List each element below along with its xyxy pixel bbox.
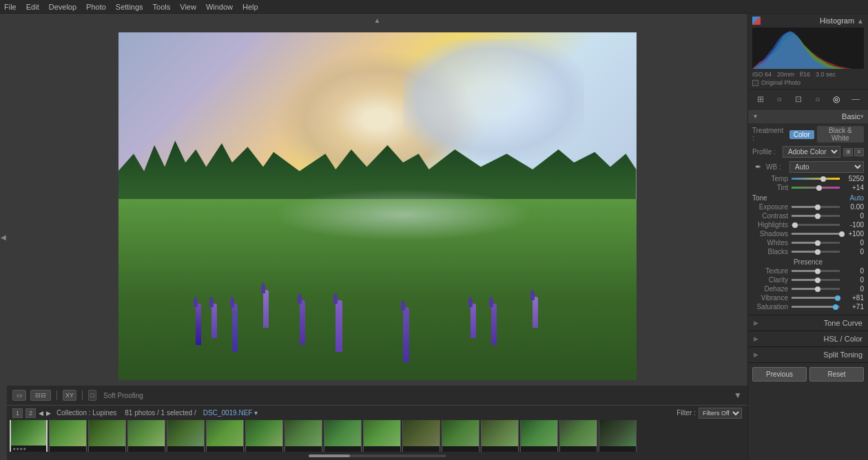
right-panel: Histogram ▲ ISO 64 20mm f/16 3.0 sec [747, 14, 868, 460]
meta-focal: 20mm [777, 71, 794, 78]
bottom-expand-btn[interactable]: ▼ [734, 390, 742, 400]
contrast-thumb[interactable] [815, 213, 820, 219]
tint-slider[interactable] [792, 187, 840, 189]
hsl-color-section[interactable]: ▶ HSL / Color [748, 331, 868, 347]
color-btn[interactable]: Color [789, 130, 814, 139]
saturation-slider[interactable] [792, 306, 840, 308]
blacks-slider[interactable] [792, 251, 840, 253]
film-thumb-13[interactable] [520, 420, 558, 452]
split-toning-section[interactable]: ▶ Split Toning [748, 347, 868, 363]
grid-tool-icon[interactable]: ⊞ [753, 93, 768, 105]
shadows-label: Shadows [752, 230, 788, 238]
exposure-slider[interactable] [792, 206, 840, 208]
film-thumb-9[interactable] [363, 420, 401, 452]
clarity-slider[interactable] [792, 279, 840, 281]
crop-tool-icon[interactable]: ○ [772, 93, 787, 105]
blacks-thumb[interactable] [815, 249, 820, 255]
lupine-2 [211, 304, 217, 338]
dehaze-slider-row: Dehaze 0 [752, 285, 864, 293]
reset-btn[interactable]: Reset [809, 367, 864, 381]
nav-next-btn[interactable]: ▶ [46, 410, 51, 417]
image-area [7, 26, 747, 386]
menu-window[interactable]: Window [206, 3, 233, 11]
dehaze-thumb[interactable] [815, 286, 820, 292]
clarity-value: 0 [843, 276, 864, 284]
exposure-thumb[interactable] [815, 205, 820, 210]
filmstrip-scrollbar[interactable] [309, 454, 446, 457]
contrast-slider[interactable] [792, 215, 840, 217]
fog-layer [273, 189, 533, 241]
film-thumb-2[interactable] [88, 420, 126, 452]
film-thumb-15[interactable] [599, 420, 637, 452]
grad-tool-icon[interactable]: — [848, 93, 863, 105]
film-thumb-4[interactable] [167, 420, 205, 452]
menu-file[interactable]: File [4, 3, 17, 11]
nav-prev-btn[interactable]: ◀ [39, 410, 43, 417]
top-panel-arrow[interactable]: ▲ [374, 17, 381, 24]
vibrance-slider[interactable] [792, 297, 840, 299]
shadows-thumb[interactable] [839, 231, 845, 237]
film-thumb-7[interactable] [285, 420, 322, 452]
proof-toggle[interactable]: □ [88, 390, 96, 401]
menu-photo[interactable]: Photo [86, 3, 106, 11]
lupine-7 [403, 307, 409, 362]
histogram-expand-icon[interactable]: ▲ [857, 17, 864, 25]
highlights-slider[interactable] [792, 224, 840, 226]
filmstrip-scrollbar-thumb[interactable] [309, 454, 350, 457]
tint-thumb[interactable] [816, 185, 822, 191]
filter-select[interactable]: Filters Off [699, 408, 742, 419]
histogram-triangle[interactable] [752, 17, 761, 25]
menu-develop[interactable]: Develop [49, 3, 76, 11]
film-thumb-6[interactable] [245, 420, 283, 452]
vibrance-thumb[interactable] [835, 295, 840, 301]
profile-list-icon[interactable]: ≡ [854, 148, 864, 156]
temp-slider[interactable] [792, 178, 840, 180]
view-compare-btn[interactable]: ⊟⊟ [30, 390, 51, 401]
film-thumb-11[interactable] [442, 420, 479, 452]
whites-slider[interactable] [792, 242, 840, 244]
view-single-btn[interactable]: ▭ [12, 390, 26, 401]
texture-thumb[interactable] [815, 269, 820, 274]
film-thumb-8[interactable] [324, 420, 362, 452]
film-thumb-selected[interactable]: ★★★★ [10, 420, 48, 452]
zoom-btn[interactable]: XY [63, 390, 76, 401]
heal-tool-icon[interactable]: ⊡ [791, 93, 806, 105]
film-filename[interactable]: DSC_0019.NEF ▾ [203, 409, 258, 417]
left-panel-arrow[interactable]: ◀ [0, 233, 8, 241]
film-thumb-1[interactable] [49, 420, 87, 452]
shadows-slider[interactable] [792, 233, 840, 235]
tone-curve-section[interactable]: ▶ Tone Curve [748, 315, 868, 331]
wb-select[interactable]: Auto As Shot Daylight Cloudy Custom [789, 161, 864, 173]
film-thumb-3[interactable] [127, 420, 165, 452]
tone-auto-btn[interactable]: Auto [849, 194, 864, 202]
histogram-title: Histogram [761, 17, 854, 25]
main-photo [118, 32, 637, 380]
filmstrip-total: 2 [25, 408, 36, 418]
previous-btn[interactable]: Previous [752, 367, 807, 381]
basic-section-header[interactable]: ▼ Basic ▾ [748, 109, 868, 123]
profile-grid-icon[interactable]: ⊞ [843, 148, 853, 156]
menu-tools[interactable]: Tools [153, 3, 171, 11]
menu-view[interactable]: View [180, 3, 196, 11]
original-photo-checkbox[interactable] [752, 80, 758, 86]
highlights-thumb[interactable] [792, 222, 798, 228]
bw-btn[interactable]: Black & White [817, 126, 864, 143]
menu-help[interactable]: Help [242, 3, 258, 11]
clarity-thumb[interactable] [815, 278, 820, 283]
menu-settings[interactable]: Settings [116, 3, 143, 11]
radial-tool-icon[interactable]: ◎ [829, 93, 844, 105]
texture-slider[interactable] [792, 270, 840, 272]
temp-thumb[interactable] [820, 176, 826, 182]
saturation-thumb[interactable] [833, 304, 838, 310]
wb-eyedropper-icon[interactable]: ✒ [752, 162, 763, 173]
dehaze-slider[interactable] [792, 288, 840, 290]
menu-edit[interactable]: Edit [26, 3, 39, 11]
whites-thumb[interactable] [815, 240, 820, 246]
film-thumb-14[interactable] [559, 420, 597, 452]
film-thumb-12[interactable] [481, 420, 519, 452]
redeye-tool-icon[interactable]: ○ [810, 93, 825, 105]
film-thumb-5[interactable] [206, 420, 244, 452]
film-thumb-10[interactable] [402, 420, 440, 452]
profile-select[interactable]: Adobe Color [783, 146, 840, 158]
left-panel-toggle[interactable]: ◀ [0, 14, 7, 460]
